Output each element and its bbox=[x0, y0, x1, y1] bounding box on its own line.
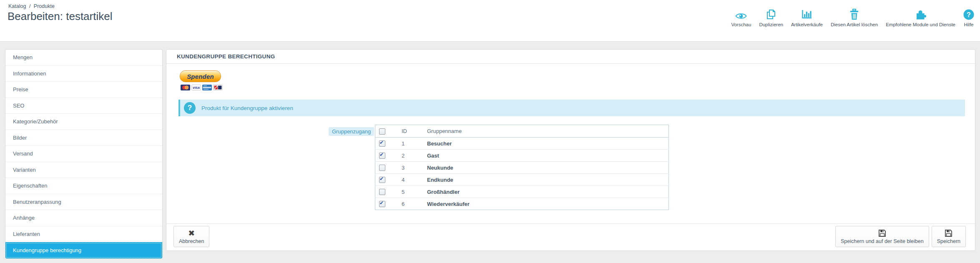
sidebar-item-preise[interactable]: Preise bbox=[5, 82, 162, 98]
payment-card-icons: VISA bbox=[181, 85, 223, 90]
breadcrumb-item-produkte[interactable]: Produkte bbox=[34, 3, 55, 9]
sidebar-item-varianten[interactable]: Varianten bbox=[5, 162, 162, 178]
table-row[interactable]: 1 Besucher bbox=[375, 138, 669, 150]
sidebar-item-kategorie-zubeh-r[interactable]: Kategorie/Zubehör bbox=[5, 114, 162, 130]
row-id: 1 bbox=[397, 138, 422, 150]
row-checkbox[interactable] bbox=[379, 189, 385, 195]
column-header-id: ID bbox=[397, 125, 422, 138]
svg-text:?: ? bbox=[967, 11, 971, 18]
breadcrumb-separator: / bbox=[29, 3, 30, 9]
info-banner: ? Produkt für Kundengruppe aktivieren bbox=[178, 100, 965, 116]
save-button-group: Speichern und auf der Seite bleiben Spei… bbox=[835, 226, 966, 247]
info-banner-text: Produkt für Kundengruppe aktivieren bbox=[201, 105, 293, 111]
panel-title: KUNDENGRUPPE BERECHTIGUNG bbox=[166, 50, 975, 64]
top-bar: Katalog / Produkte Bearbeiten: testartik… bbox=[0, 0, 980, 42]
duplicate-icon bbox=[766, 8, 776, 20]
row-name: Besucher bbox=[422, 138, 669, 150]
sidebar-item-eigenschaften[interactable]: Eigenschaften bbox=[5, 178, 162, 194]
row-checkbox[interactable] bbox=[379, 201, 385, 207]
table-row[interactable]: 5 Großhändler bbox=[375, 186, 669, 198]
panel-footer: ✖ Abbrechen Speichern und auf der Seite … bbox=[166, 223, 975, 250]
page-title: Bearbeiten: testartikel bbox=[8, 10, 112, 23]
panel-body: Spenden VISA bbox=[166, 64, 975, 224]
table-row[interactable]: 2 Gast bbox=[375, 150, 669, 162]
close-icon: ✖ bbox=[188, 229, 195, 237]
duplicate-label: Duplizieren bbox=[759, 22, 783, 27]
save-icon bbox=[878, 229, 886, 237]
preview-button[interactable]: Vorschau bbox=[731, 8, 751, 27]
row-name: Endkunde bbox=[422, 174, 669, 186]
row-checkbox[interactable] bbox=[379, 153, 385, 159]
preview-label: Vorschau bbox=[731, 22, 751, 27]
row-checkbox[interactable] bbox=[379, 165, 385, 171]
donate-button-label: Spenden bbox=[187, 73, 214, 80]
sidebar-item-lieferanten[interactable]: Lieferanten bbox=[5, 226, 162, 243]
cancel-button-label: Abbrechen bbox=[179, 238, 204, 244]
sidebar-item-benutzeranpassung[interactable]: Benutzeranpassung bbox=[5, 194, 162, 210]
save-and-stay-label: Speichern und auf der Seite bleiben bbox=[841, 238, 924, 244]
sidebar: MengenInformationenPreiseSEOKategorie/Zu… bbox=[5, 49, 163, 259]
row-name: Neukunde bbox=[422, 162, 669, 174]
row-checkbox[interactable] bbox=[379, 177, 385, 183]
row-name: Großhändler bbox=[422, 186, 669, 198]
question-mark-icon: ? bbox=[184, 102, 196, 114]
puzzle-icon bbox=[915, 8, 926, 20]
breadcrumb-item-katalog[interactable]: Katalog bbox=[8, 3, 26, 9]
sidebar-item-bilder[interactable]: Bilder bbox=[5, 130, 162, 146]
help-icon: ? bbox=[963, 8, 974, 20]
donate-button[interactable]: Spenden bbox=[180, 70, 221, 82]
sidebar-item-versand[interactable]: Versand bbox=[5, 146, 162, 162]
group-access-table: ID Gruppenname 1 Besucher 2 Gast 3 Neuku… bbox=[375, 125, 669, 210]
sidebar-item-mengen[interactable]: Mengen bbox=[5, 50, 162, 66]
duplicate-button[interactable]: Duplizieren bbox=[759, 8, 783, 27]
mastercard-icon bbox=[181, 85, 190, 90]
cancel-button[interactable]: ✖ Abbrechen bbox=[173, 226, 209, 247]
sidebar-item-seo[interactable]: SEO bbox=[5, 98, 162, 114]
row-id: 5 bbox=[397, 186, 422, 198]
sidebar-item-anh-nge[interactable]: Anhänge bbox=[5, 210, 162, 226]
group-access-label: Gruppenzugang bbox=[329, 127, 374, 136]
help-label: Hilfe bbox=[964, 22, 973, 27]
row-name: Wiederverkäufer bbox=[422, 198, 669, 210]
visa-icon: VISA bbox=[191, 85, 201, 90]
row-id: 6 bbox=[397, 198, 422, 210]
svg-text:VISA: VISA bbox=[193, 86, 200, 90]
main-panel: KUNDENGRUPPE BERECHTIGUNG Spenden VISA bbox=[166, 49, 975, 251]
save-icon bbox=[945, 229, 952, 237]
row-checkbox[interactable] bbox=[379, 140, 385, 147]
table-row[interactable]: 6 Wiederverkäufer bbox=[375, 198, 669, 210]
delete-article-label: Diesen Artikel löschen bbox=[831, 22, 878, 27]
article-sales-button[interactable]: Artikelverkäufe bbox=[791, 8, 823, 27]
ec-card-icon bbox=[213, 85, 223, 90]
save-button[interactable]: Speichern bbox=[932, 226, 966, 247]
eye-icon bbox=[735, 8, 747, 20]
select-all-checkbox[interactable] bbox=[379, 128, 385, 135]
delete-article-button[interactable]: Diesen Artikel löschen bbox=[831, 8, 878, 27]
trash-icon bbox=[849, 8, 859, 20]
recommended-modules-button[interactable]: Empfohlene Module und Dienste bbox=[886, 8, 955, 27]
sidebar-item-informationen[interactable]: Informationen bbox=[5, 66, 162, 82]
row-id: 4 bbox=[397, 174, 422, 186]
table-header-row: ID Gruppenname bbox=[375, 125, 669, 138]
row-name: Gast bbox=[422, 150, 669, 162]
row-id: 3 bbox=[397, 162, 422, 174]
group-table-body: 1 Besucher 2 Gast 3 Neukunde 4 Endkunde … bbox=[375, 138, 669, 210]
paypal-donate: Spenden VISA bbox=[180, 70, 223, 90]
row-id: 2 bbox=[397, 150, 422, 162]
breadcrumb: Katalog / Produkte bbox=[8, 3, 56, 9]
column-header-name: Gruppenname bbox=[422, 125, 669, 138]
recommended-modules-label: Empfohlene Module und Dienste bbox=[886, 22, 955, 27]
table-row[interactable]: 3 Neukunde bbox=[375, 162, 669, 174]
amex-icon bbox=[202, 85, 212, 90]
article-sales-label: Artikelverkäufe bbox=[791, 22, 823, 27]
help-button[interactable]: ? Hilfe bbox=[963, 8, 974, 27]
header-actions: Vorschau Duplizieren bbox=[731, 8, 974, 27]
save-button-label: Speichern bbox=[937, 238, 960, 244]
sidebar-item-kundengruppe-berechtigung[interactable]: Kundengruppe berechtigung bbox=[5, 242, 162, 258]
table-row[interactable]: 4 Endkunde bbox=[375, 174, 669, 186]
bar-chart-icon bbox=[801, 8, 812, 20]
save-and-stay-button[interactable]: Speichern und auf der Seite bleiben bbox=[835, 226, 929, 247]
